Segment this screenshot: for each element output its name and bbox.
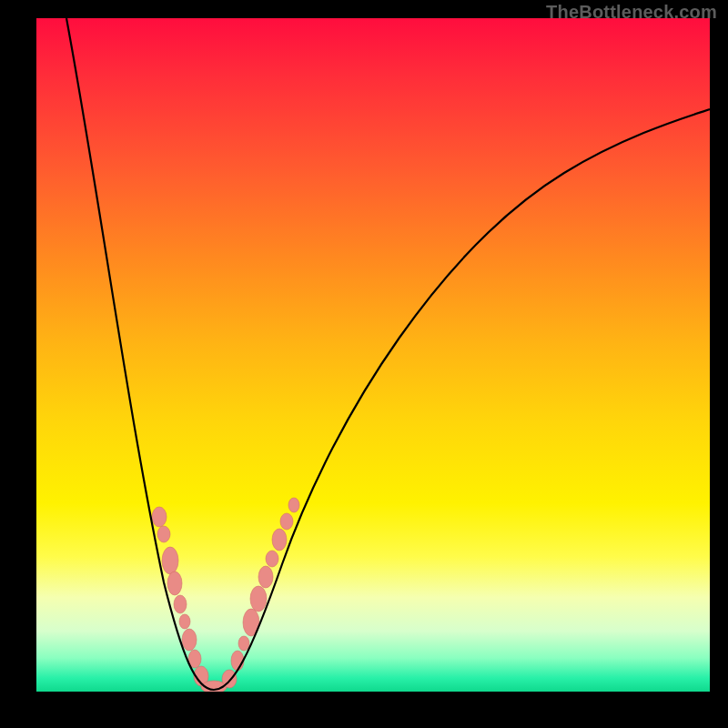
marker-bead xyxy=(266,551,278,567)
marker-bead xyxy=(179,614,190,629)
marker-bead xyxy=(174,595,187,613)
marker-bead xyxy=(182,629,197,651)
chart-plot-area xyxy=(36,18,710,692)
marker-bead xyxy=(238,636,249,651)
marker-bead xyxy=(167,571,182,595)
chart-svg xyxy=(36,18,710,692)
marker-bead xyxy=(162,547,178,574)
marker-bead xyxy=(280,513,293,530)
marker-bead xyxy=(258,566,273,588)
marker-bead xyxy=(288,498,299,512)
marker-bead xyxy=(157,526,170,542)
marker-bead xyxy=(272,529,287,551)
marker-bead xyxy=(250,586,267,612)
marker-beads-group xyxy=(152,498,299,692)
bottleneck-curve xyxy=(66,18,710,690)
watermark-text: TheBottleneck.com xyxy=(546,2,717,23)
marker-bead xyxy=(152,507,167,527)
